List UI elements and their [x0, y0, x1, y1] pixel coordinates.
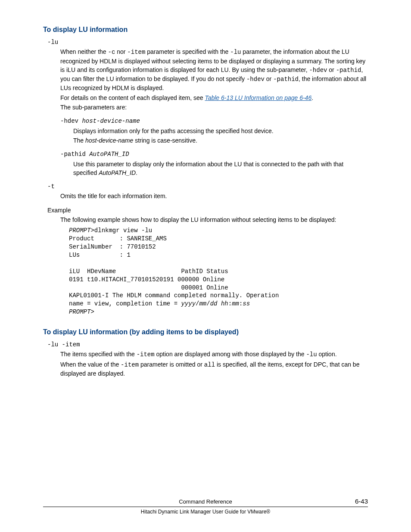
- pathid-label: -pathid: [60, 151, 89, 158]
- lu-description: When neither the -c nor -item parameter …: [60, 47, 368, 92]
- subparam-pathid: -pathid AutoPATH_ID: [60, 150, 368, 159]
- example-output: PROMPT>dlnkmgr view -lu Product : SANRIS…: [69, 227, 368, 316]
- text: .: [311, 94, 313, 101]
- text: option.: [317, 351, 337, 358]
- text: When the value of the: [60, 361, 121, 368]
- text: nor: [115, 48, 127, 55]
- text: The: [73, 137, 85, 144]
- example-label: Example: [47, 206, 368, 215]
- page-footer: Command Reference 6-43 Hitachi Dynamic L…: [43, 498, 368, 515]
- footer-command-reference: Command Reference: [179, 498, 232, 505]
- hdev-arg: host-device-name: [82, 118, 140, 124]
- text: For details on the content of each displ…: [60, 94, 205, 101]
- param-t: -t: [47, 182, 368, 191]
- text: .: [136, 169, 137, 176]
- sub-parameters-intro: The sub-parameters are:: [60, 103, 368, 112]
- code-lu: -lu: [306, 351, 317, 358]
- text: parameter is omitted or: [139, 361, 204, 368]
- text: or: [327, 66, 336, 73]
- code-item: -item: [127, 49, 145, 56]
- text: string is case-sensitive.: [133, 137, 197, 144]
- param-lu-item: -lu -item: [47, 340, 368, 349]
- autopath-id-italic: AutoPATH_ID: [99, 169, 136, 176]
- code-all: all: [204, 361, 215, 368]
- host-device-name-italic: host-device-name: [85, 137, 133, 144]
- section-heading-lu-info: To display LU information: [43, 26, 368, 34]
- lu-item-desc-2: When the value of the -item parameter is…: [60, 360, 368, 378]
- page-number: 6-43: [355, 498, 368, 505]
- pathid-arg: AutoPATH_ID: [89, 151, 129, 158]
- code-item-2: -item: [121, 361, 139, 368]
- code-lu: -lu: [230, 49, 241, 56]
- link-table-6-13[interactable]: Table 6-13 LU Information on page 6-46: [205, 94, 311, 101]
- code-pathid: -pathid: [336, 67, 361, 74]
- text: parameter is specified with the: [145, 48, 230, 55]
- subparam-hdev: -hdev host-device-name: [60, 117, 368, 125]
- section-heading-lu-info-item: To display LU information (by adding ite…: [43, 328, 368, 336]
- t-desc: Omits the title for each information ite…: [60, 192, 368, 200]
- code-hdev-2: -hdev: [246, 76, 265, 83]
- hdev-desc: Displays information only for the paths …: [73, 127, 368, 135]
- footer-guide-title: Hitachi Dynamic Link Manager User Guide …: [43, 507, 368, 515]
- code-item: -item: [137, 351, 155, 358]
- hdev-label: -hdev: [60, 118, 82, 124]
- hdev-note: The host-device-name string is case-sens…: [73, 136, 368, 145]
- example-desc: The following example shows how to displ…: [60, 215, 368, 224]
- pathid-desc: Use this parameter to display only the i…: [73, 160, 368, 177]
- text: When neither the: [60, 48, 108, 55]
- code-c: -c: [108, 49, 115, 56]
- text: The items specified with the: [60, 351, 137, 358]
- code-pathid-2: -pathid: [273, 76, 299, 83]
- lu-details-link-para: For details on the content of each displ…: [60, 93, 368, 102]
- code-hdev: -hdev: [309, 67, 327, 74]
- param-lu: -lu: [47, 38, 368, 47]
- text: or: [265, 75, 273, 82]
- text: option are displayed among with those di…: [155, 351, 306, 358]
- lu-item-desc-1: The items specified with the -item optio…: [60, 350, 368, 359]
